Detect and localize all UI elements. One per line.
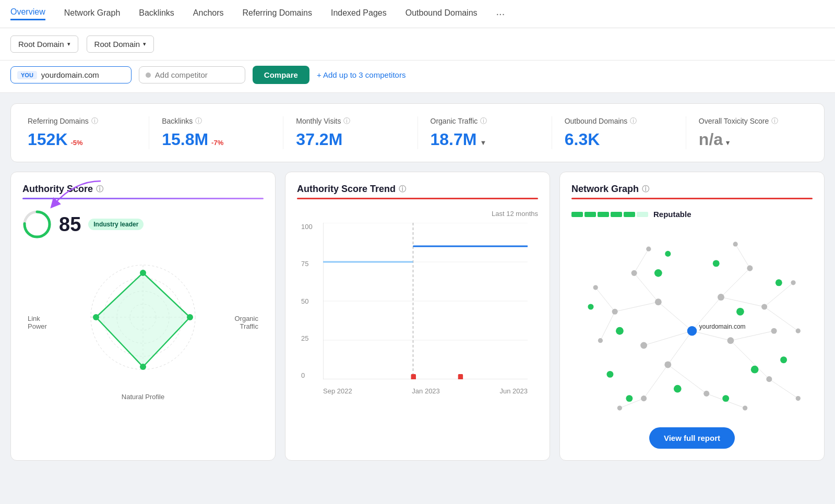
radar-label-natural-profile: Natural Profile [122, 393, 164, 401]
rep-bar-6 [637, 212, 648, 217]
nav-referring-domains[interactable]: Referring Domains [243, 8, 312, 20]
svg-point-60 [593, 285, 598, 290]
add-competitors-link[interactable]: + Add up to 3 competitors [317, 70, 406, 79]
authority-score-number: 85 [59, 213, 81, 236]
network-edges [595, 244, 798, 408]
info-icon[interactable]: ⓘ [399, 185, 406, 194]
info-icon[interactable]: ⓘ [480, 116, 487, 126]
nav-indexed-pages[interactable]: Indexed Pages [331, 8, 387, 20]
nav-more-button[interactable]: ··· [496, 8, 505, 20]
info-icon[interactable]: ⓘ [195, 116, 202, 126]
stat-item-1: Backlinks ⓘ15.8M-7% [162, 116, 283, 149]
svg-line-33 [721, 297, 764, 307]
svg-point-63 [796, 329, 801, 333]
rep-bar-5 [624, 212, 635, 217]
nav-network-graph[interactable]: Network Graph [64, 8, 121, 20]
industry-leader-badge: Industry leader [88, 219, 144, 230]
svg-point-47 [655, 298, 662, 305]
view-full-report-button[interactable]: View full report [649, 427, 735, 449]
svg-point-12 [140, 364, 146, 370]
radar-label-organic-traffic: OrganicTraffic [234, 315, 258, 330]
stat-number: n/a [699, 130, 723, 149]
svg-point-11 [187, 314, 193, 320]
svg-point-80 [722, 395, 729, 402]
svg-line-31 [615, 302, 658, 311]
svg-point-50 [664, 361, 671, 368]
nav-anchors[interactable]: Anchors [193, 8, 224, 20]
svg-point-55 [761, 304, 767, 309]
svg-point-77 [713, 260, 720, 267]
svg-line-40 [765, 283, 793, 307]
stat-value: n/a▾ [699, 130, 807, 149]
svg-point-48 [718, 294, 724, 301]
network-graph-svg: /* nodes defined inline for SVG */ [571, 227, 813, 425]
radar-svg [80, 255, 206, 390]
y-label-75: 75 [301, 260, 313, 268]
x-axis: Sep 2022 Jan 2023 Jun 2023 [323, 387, 528, 395]
info-icon[interactable]: ⓘ [96, 185, 103, 194]
svg-point-49 [727, 337, 734, 344]
svg-point-67 [617, 405, 622, 410]
nav-outbound-domains[interactable]: Outbound Domains [405, 8, 478, 20]
reputable-row: Reputable [571, 210, 813, 219]
stat-number: 152K [28, 130, 68, 149]
rep-bar-3 [598, 212, 609, 217]
info-icon[interactable]: ⓘ [642, 185, 649, 194]
svg-point-52 [631, 270, 637, 276]
stat-label: Organic Traffic ⓘ [431, 116, 539, 126]
svg-line-35 [731, 341, 769, 379]
svg-point-71 [616, 327, 624, 335]
root-domain-dropdown-2[interactable]: Root Domain ▾ [87, 35, 154, 53]
stat-label: Backlinks ⓘ [162, 116, 270, 126]
svg-point-53 [612, 309, 618, 315]
svg-point-75 [606, 371, 613, 378]
trend-subtitle: Last 12 months [297, 210, 538, 218]
compare-button[interactable]: Compare [253, 66, 309, 84]
stat-item-3: Organic Traffic ⓘ18.7M▼ [431, 116, 552, 149]
svg-line-43 [634, 249, 649, 273]
stats-card: Referring Domains ⓘ152K-5%Backlinks ⓘ15.… [10, 103, 825, 162]
stat-number: 6.3K [565, 130, 600, 149]
domain-input[interactable] [41, 70, 125, 79]
authority-score-panel: Authority Score ⓘ [10, 172, 276, 461]
svg-line-27 [692, 331, 731, 340]
competitor-input[interactable] [155, 70, 238, 79]
info-icon[interactable]: ⓘ [343, 116, 350, 126]
svg-point-51 [640, 342, 647, 349]
info-icon[interactable]: ⓘ [771, 116, 778, 126]
y-label-100: 100 [301, 223, 313, 231]
you-tag: You [17, 71, 37, 79]
stat-label: Overall Toxicity Score ⓘ [699, 116, 807, 126]
svg-point-54 [747, 266, 753, 271]
info-icon[interactable]: ⓘ [630, 116, 637, 126]
svg-point-74 [674, 385, 682, 393]
svg-line-38 [595, 287, 615, 311]
svg-line-30 [634, 273, 658, 302]
nav-backlinks[interactable]: Backlinks [139, 8, 174, 20]
root-domain-dropdown-1[interactable]: Root Domain ▾ [10, 35, 78, 53]
stat-item-2: Monthly Visits ⓘ37.2M [296, 116, 418, 149]
svg-point-78 [780, 356, 787, 363]
svg-point-66 [733, 242, 738, 246]
stat-item-0: Referring Domains ⓘ152K-5% [28, 116, 149, 149]
radar-chart: LinkPower OrganicTraffic Natural Profile [22, 249, 264, 395]
svg-point-76 [776, 279, 782, 286]
stat-value: 6.3K [565, 130, 673, 149]
network-graph-title: Network Graph ⓘ [571, 184, 813, 195]
stat-change: -7% [211, 139, 223, 147]
svg-rect-23 [411, 374, 416, 379]
svg-line-37 [668, 365, 707, 393]
panel-underline-purple [22, 198, 264, 199]
svg-point-62 [791, 280, 795, 285]
toolbar-row1: Root Domain ▾ Root Domain ▾ [0, 28, 835, 61]
nav-overview[interactable]: Overview [10, 7, 45, 20]
stat-number: 15.8M [162, 130, 208, 149]
svg-point-72 [736, 308, 744, 316]
stat-change: ▾ [726, 139, 730, 147]
svg-line-32 [721, 268, 749, 297]
x-label-jun2023: Jun 2023 [499, 387, 528, 395]
svg-line-36 [644, 365, 668, 399]
chevron-down-icon: ▾ [143, 41, 146, 47]
stat-label: Referring Domains ⓘ [28, 116, 136, 126]
info-icon[interactable]: ⓘ [91, 116, 98, 126]
